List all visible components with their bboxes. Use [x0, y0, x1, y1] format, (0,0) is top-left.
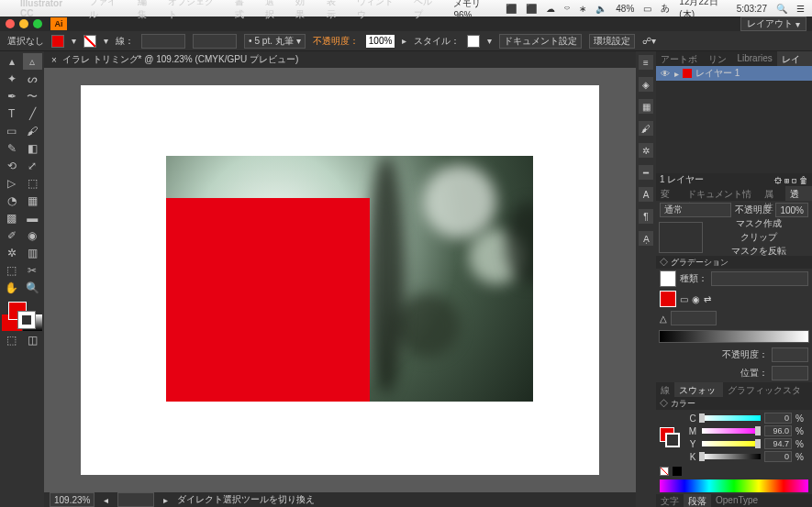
- spectrum-bar[interactable]: [660, 479, 808, 492]
- stroke-swatch[interactable]: [83, 35, 96, 48]
- cloud-icon[interactable]: ☁: [546, 4, 555, 14]
- tab-layers[interactable]: レイヤー: [777, 51, 812, 66]
- opacity-field[interactable]: 100%: [366, 35, 395, 48]
- grad-radial-icon[interactable]: ◉: [692, 294, 700, 304]
- layer-row[interactable]: 👁 ▸ レイヤー 1: [656, 66, 812, 81]
- align-icon[interactable]: ☍▾: [642, 36, 656, 46]
- m-slider[interactable]: [702, 428, 761, 434]
- tab-transform[interactable]: 変形: [656, 186, 683, 201]
- brush-dd[interactable]: •5 pt. 丸筆▾: [244, 34, 306, 49]
- nav-prev[interactable]: ◂: [104, 495, 108, 505]
- tab-swatches[interactable]: スウォッチ: [674, 382, 723, 397]
- menu-view[interactable]: 表示: [327, 0, 344, 21]
- pen-tool[interactable]: ✒: [2, 88, 22, 105]
- grad-fill-icon[interactable]: [660, 291, 676, 307]
- stroke-weight-dd[interactable]: [141, 34, 185, 49]
- graph-tool[interactable]: ▥: [23, 245, 43, 261]
- tab-paragraph[interactable]: 段落: [684, 494, 711, 507]
- draw-mode[interactable]: ◫: [23, 332, 43, 348]
- delete-layer-icon[interactable]: 🗑: [799, 175, 808, 185]
- rect-tool[interactable]: ▭: [2, 123, 22, 139]
- menu-window[interactable]: ウィンドウ: [357, 0, 401, 21]
- shaper-tool[interactable]: ✎: [2, 140, 22, 157]
- app-name[interactable]: Illustrator CC: [20, 0, 76, 18]
- locate-icon[interactable]: ⯐: [773, 175, 783, 185]
- bluetooth-icon[interactable]: ∗: [579, 4, 586, 14]
- visibility-icon[interactable]: 👁: [660, 69, 671, 79]
- grad-pos[interactable]: [772, 366, 808, 380]
- tab-opentype[interactable]: OpenType: [711, 494, 762, 507]
- menu-object[interactable]: オブジェクト: [168, 0, 221, 21]
- ime-icon[interactable]: あ: [661, 2, 670, 15]
- grad-reverse-icon[interactable]: ⇄: [704, 294, 711, 304]
- close-window[interactable]: [6, 19, 15, 28]
- menu-effect[interactable]: 効果: [295, 0, 313, 21]
- line-tool[interactable]: ╱: [23, 105, 43, 122]
- cp-symbols-icon[interactable]: ✲: [639, 143, 653, 158]
- none-swatch[interactable]: [660, 467, 669, 476]
- opacity-dd[interactable]: 100%: [775, 203, 808, 217]
- menu-file[interactable]: ファイル: [89, 0, 125, 21]
- gradient-slider[interactable]: [659, 330, 809, 343]
- battery-icon[interactable]: ▭: [643, 4, 651, 14]
- rotate-tool[interactable]: ⟲: [2, 158, 22, 174]
- tab-close[interactable]: ×: [51, 55, 57, 65]
- cp-brushes-icon[interactable]: 🖌: [639, 121, 653, 136]
- mesh-tool[interactable]: ▩: [2, 210, 22, 226]
- maximize-window[interactable]: [33, 19, 42, 28]
- grad-op[interactable]: [772, 347, 808, 362]
- volume-icon[interactable]: 🔈: [595, 4, 606, 14]
- evernote-icon[interactable]: ⬛: [506, 4, 517, 14]
- perspective-tool[interactable]: ▦: [23, 193, 43, 209]
- tab-artboards[interactable]: アートボード: [656, 51, 704, 66]
- gradient-tool[interactable]: ▬: [23, 210, 43, 226]
- prefs-button[interactable]: 環境設定: [589, 34, 635, 49]
- cp-swatches-icon[interactable]: ▦: [639, 99, 653, 114]
- cp-glyph-icon[interactable]: Ạ: [639, 231, 653, 246]
- y-value[interactable]: 94.7: [764, 438, 792, 449]
- new-sublayer-icon[interactable]: ⊞: [784, 175, 789, 185]
- zoom-level[interactable]: 109.23%: [50, 492, 95, 507]
- lasso-tool[interactable]: ᔕ: [23, 71, 43, 87]
- selection-tool[interactable]: ▴: [2, 53, 22, 70]
- screen-mode[interactable]: ⬚: [2, 332, 22, 348]
- blend-mode-dd[interactable]: 通常: [660, 203, 731, 217]
- wifi-icon[interactable]: ⌔: [564, 4, 570, 14]
- cp-char-icon[interactable]: A: [639, 187, 653, 202]
- minimize-window[interactable]: [19, 19, 28, 28]
- cp-stroke-icon[interactable]: ━: [639, 165, 653, 180]
- blend-tool[interactable]: ◉: [23, 227, 43, 244]
- var-width-dd[interactable]: [193, 34, 237, 49]
- menu-help[interactable]: ヘルプ: [414, 0, 440, 21]
- menu-select[interactable]: 選択: [265, 0, 283, 21]
- workspace-switcher[interactable]: レイアウト ▾: [740, 17, 806, 31]
- tab-attributes[interactable]: 属性: [760, 186, 786, 201]
- menu-edit[interactable]: 編集: [138, 0, 155, 21]
- tab-graphic-styles[interactable]: グラフィックスタイル: [723, 382, 812, 397]
- grad-swatch[interactable]: [660, 270, 676, 287]
- cp-color-icon[interactable]: ◈: [639, 77, 653, 92]
- k-value[interactable]: 0: [764, 451, 792, 462]
- brush-tool[interactable]: 🖌: [23, 123, 43, 139]
- width-tool[interactable]: ▷: [2, 175, 22, 192]
- tab-stroke[interactable]: 線: [656, 382, 674, 397]
- layer-name[interactable]: レイヤー 1: [695, 67, 740, 80]
- style-swatch[interactable]: [467, 35, 480, 48]
- free-transform-tool[interactable]: ⬚: [23, 175, 43, 192]
- color-stroke[interactable]: [665, 433, 680, 447]
- grad-linear-icon[interactable]: ▭: [680, 294, 688, 304]
- spotlight-icon[interactable]: 🔍: [776, 4, 787, 14]
- color-title[interactable]: ◇ カラー: [656, 397, 812, 410]
- m-value[interactable]: 96.0: [764, 425, 792, 436]
- tab-libraries[interactable]: Libraries: [732, 51, 776, 66]
- type-tool[interactable]: T: [2, 105, 22, 122]
- slice-tool[interactable]: ✂: [23, 262, 43, 279]
- grad-type-dd[interactable]: [711, 271, 808, 286]
- grad-angle[interactable]: [671, 311, 717, 325]
- zoom-tool[interactable]: 🔍: [23, 280, 43, 296]
- eyedropper-tool[interactable]: ✐: [2, 227, 22, 244]
- artboard[interactable]: [81, 85, 599, 475]
- black-swatch[interactable]: [673, 467, 682, 476]
- direct-select-tool[interactable]: ▵: [23, 53, 43, 70]
- gradient-title[interactable]: ◇ グラデーション: [656, 256, 812, 269]
